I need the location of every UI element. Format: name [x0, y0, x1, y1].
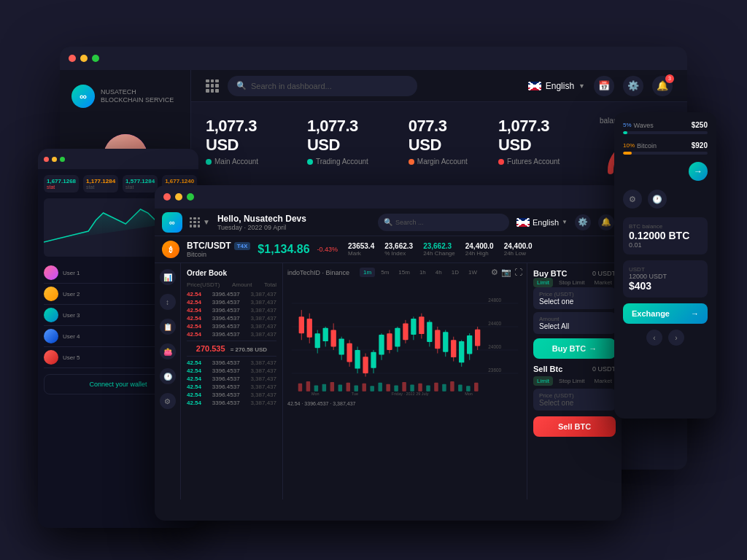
trading-search[interactable]: 🔍 Search ... [378, 214, 509, 231]
book-icon[interactable]: 📋 [160, 319, 176, 335]
buy-section-header: Buy BTC 0 USDT [533, 269, 616, 278]
camera-icon[interactable]: 📷 [501, 268, 511, 277]
margin-account-label: Margin Account [409, 158, 476, 166]
apps-icon[interactable] [206, 79, 219, 93]
market-tab[interactable]: Market [590, 278, 615, 287]
svg-rect-57 [298, 384, 302, 392]
ob-buy-row: 42.543396.45373,387,437 [187, 368, 276, 374]
logo-icon: ∞ [71, 85, 95, 108]
trading-notifications-icon[interactable]: 🔔 [598, 214, 614, 230]
svg-text:Mon: Mon [311, 392, 320, 396]
chart-icon[interactable]: 📊 [160, 269, 176, 285]
svg-text:23600: 23600 [488, 368, 501, 373]
list-avatar [44, 287, 58, 301]
trading-lang[interactable]: English ▼ [516, 218, 568, 227]
logo-text: NUSATECH BLOCKCHAIN SERVICE [101, 88, 174, 104]
stat-trading-account: 1,077.3 USD Trading Account [307, 117, 387, 179]
fullscreen-icon[interactable]: ⛶ [514, 268, 522, 277]
stop-limit-tab[interactable]: Stop Limit [555, 278, 589, 287]
timeframe-4h[interactable]: 4h [432, 268, 446, 277]
sw-max-dot [60, 157, 65, 162]
orderbook-header: Price(USDT) Amount Total [187, 281, 276, 288]
timeframe-1h[interactable]: 1h [416, 268, 430, 277]
search-bar[interactable]: 🔍 Search in dashboard... [228, 76, 417, 96]
settings-chart-icon[interactable]: ⚙ [491, 268, 498, 277]
usdt-balance-card: USDT 12000 USDT $403 [623, 260, 708, 298]
exchange-button[interactable]: Exchange → [623, 303, 708, 324]
next-button[interactable]: › [668, 330, 684, 346]
svg-rect-66 [370, 386, 374, 391]
svg-rect-24 [347, 343, 352, 362]
waves-percent: 5% [623, 122, 632, 128]
settings-icon[interactable]: ⚙️ [623, 76, 643, 96]
notifications-icon[interactable]: 🔔 3 [652, 76, 673, 96]
calendar-icon[interactable]: 📅 [594, 76, 614, 96]
timeframe-1m[interactable]: 1m [360, 268, 375, 277]
usdt-value: 12000 USDT [629, 273, 702, 280]
pair-name: BTC/USDT T4X [187, 241, 250, 251]
flag-icon [528, 82, 541, 90]
arrow-right-button[interactable]: → [689, 162, 708, 181]
svg-rect-70 [402, 382, 406, 392]
rp-settings-icon[interactable]: ⚙ [623, 190, 642, 209]
buy-btc-button[interactable]: Buy BTC → [533, 338, 616, 359]
close-dot [69, 55, 76, 62]
main-account-value: 1,077.3 USD [206, 117, 285, 155]
list-avatar [44, 265, 58, 280]
market-stat-0: 23653.4 Mark [348, 242, 374, 257]
language-selector[interactable]: English ▼ [528, 81, 585, 91]
sell-section-header: Sell Btc 0 USDT [533, 365, 616, 373]
list-avatar [44, 350, 58, 365]
svg-rect-72 [418, 384, 422, 392]
btc-balance-value: 0.12000 BTC [629, 230, 702, 241]
right-panel: 5% Waves $250 10% Bitcoin $920 → [614, 112, 716, 419]
market-stat-2: 23,662.3 24h Change [423, 242, 455, 257]
sell-limit-tab[interactable]: Limit [533, 376, 553, 386]
stats-row: 1,077.3 USD Main Account 1,077.3 USD Tra… [191, 102, 687, 186]
trading-sidebar: 📊 ↕ 📋 👛 🕐 ⚙ [155, 263, 181, 499]
svg-rect-48 [443, 332, 448, 351]
waves-progress: 5% Waves $250 [623, 121, 708, 134]
sw-min-dot [52, 157, 57, 162]
ob-sell-row: 42.543396.45373,387,437 [187, 291, 276, 298]
sell-price-val: Select one [539, 399, 610, 407]
svg-rect-42 [419, 316, 424, 334]
svg-text:Tue: Tue [352, 392, 358, 396]
sell-price-field[interactable]: Price (USDT) Select one [533, 389, 616, 411]
buy-amount-label: Amount [539, 316, 610, 322]
waves-progress-bar [623, 131, 708, 134]
buy-btc-currency: 0 USDT [592, 270, 616, 277]
buy-price-field[interactable]: Price (USDT) Select one [533, 287, 616, 309]
timeframe-5m[interactable]: 5m [377, 268, 392, 277]
timeframe-1w[interactable]: 1W [465, 268, 481, 277]
wallet-icon[interactable]: 👛 [160, 343, 176, 359]
limit-tab[interactable]: Limit [533, 278, 553, 287]
svg-rect-30 [371, 352, 376, 368]
sell-btc-button[interactable]: Sell BTC [533, 416, 616, 437]
language-label: English [546, 81, 574, 91]
trading-account-label: Trading Account [307, 158, 387, 166]
margin-account-dot [409, 159, 414, 165]
sell-stop-limit-tab[interactable]: Stop Limit [555, 376, 589, 386]
grid-menu[interactable]: ▼ [190, 217, 210, 228]
svg-rect-44 [427, 322, 432, 342]
ob-sell-row: 42.543396.45373,387,437 [187, 315, 276, 322]
sell-market-tab[interactable]: Market [590, 376, 615, 386]
buy-amount-field[interactable]: Amount Select All [533, 312, 616, 334]
trade-icon[interactable]: ↕ [160, 294, 176, 310]
prev-button[interactable]: ‹ [646, 330, 662, 346]
timeframe-15m[interactable]: 15m [395, 268, 414, 277]
rp-history-icon[interactable]: 🕐 [648, 190, 667, 209]
svg-rect-52 [459, 341, 464, 362]
svg-rect-26 [355, 350, 360, 369]
trading-settings-icon[interactable]: ⚙️ [575, 214, 591, 230]
timeframe-1d[interactable]: 1D [448, 268, 462, 277]
search-placeholder: Search in dashboard... [251, 82, 332, 90]
main-account-dot [206, 159, 212, 165]
settings-icon-side[interactable]: ⚙ [160, 393, 176, 409]
trading-account-value: 1,077.3 USD [307, 117, 387, 155]
ob-buy-row: 42.543396.45373,387,437 [187, 376, 276, 382]
svg-rect-12 [299, 316, 304, 333]
pair-info-bar: ₿ BTC/USDT T4X Bitcoin $1,134.86 -0.43% … [155, 236, 622, 263]
history-icon[interactable]: 🕐 [160, 368, 176, 384]
